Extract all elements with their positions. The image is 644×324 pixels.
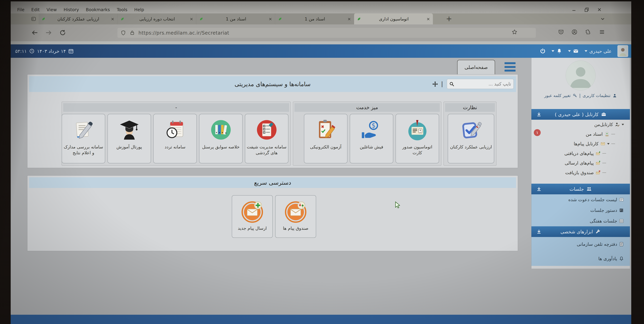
sidebar-section-header[interactable]: ابزارهای شخصی [532, 226, 630, 237]
tab-favicon-leaf-icon [199, 17, 204, 21]
back-button[interactable] [31, 29, 38, 36]
app-menu-icon[interactable] [599, 29, 605, 35]
menu-edit[interactable]: Edit [31, 7, 40, 12]
search-input[interactable] [456, 81, 512, 87]
list-tabs-chevron-icon[interactable] [600, 16, 606, 22]
sidebar-section-header[interactable]: کارتابل ( علی حیدری ) [532, 109, 630, 120]
group-tiles: اتوماسیون صدور کارت$فیش شاغلینآزمون الکت… [295, 114, 439, 163]
chevron-down-icon [607, 143, 610, 145]
lock-icon[interactable] [130, 30, 135, 36]
e-exam-icon [314, 116, 338, 144]
reload-button[interactable] [59, 29, 66, 36]
user-avatar[interactable] [618, 45, 628, 57]
search-icon [449, 81, 454, 87]
menu-toggle-button[interactable] [504, 62, 516, 72]
system-tile[interactable]: خلاصه سوابق پرسنل [199, 114, 242, 163]
datetime-cluster: ۱۴ خرداد ۱۴۰۳ ۱۱‏:‏۵۴ [15, 44, 74, 58]
sidebar-item-label: پیام‌های دریافتی [564, 151, 594, 156]
collapse-arrow-icon [536, 229, 541, 234]
firefox-view-icon[interactable] [31, 16, 36, 21]
menu-tools[interactable]: Tools [117, 7, 128, 12]
sidebar-item[interactable]: یادآوری ها [532, 251, 630, 266]
sidebar-item-label: کارتابل‌من [594, 122, 613, 127]
user-cluster: علی حیدری [540, 44, 628, 58]
notifications-menu[interactable] [552, 48, 562, 54]
system-tile[interactable]: ارزیابی عملکرد کارکنان [448, 114, 494, 163]
account-icon[interactable] [571, 29, 578, 35]
menu-bookmarks[interactable]: Bookmarks [86, 7, 110, 12]
move-icon[interactable] [432, 81, 438, 87]
system-tile[interactable]: اتوماسیون صدور کارت [396, 114, 439, 163]
tab-close-icon[interactable] [190, 17, 193, 21]
tab-close-icon[interactable] [268, 17, 272, 21]
system-tile[interactable]: سامانه تردد [153, 114, 197, 163]
chevron-down-icon [568, 50, 571, 52]
navigation-toolbar: https://prs.medilam.ac.ir/Secretariat [11, 24, 631, 42]
tab-title: انتخاب دوره ارزیابی [127, 16, 188, 21]
card-issuance-icon [405, 116, 430, 144]
tab-close-icon[interactable] [111, 17, 114, 21]
menu-bar-items: FileEditViewHistoryBookmarksToolsHelp [17, 7, 144, 12]
sidebar-item[interactable]: پیام‌های دریافتی [532, 149, 630, 158]
new-tab-button[interactable]: + [446, 15, 452, 23]
menu-history[interactable]: History [64, 7, 79, 12]
menu-file[interactable]: File [17, 7, 24, 12]
system-tile[interactable]: پورتال آموزش [108, 114, 151, 163]
restore-button[interactable] [584, 7, 589, 12]
sidebar-item[interactable]: جلسات هفتگی [532, 216, 630, 226]
monitor-bezel: FileEditViewHistoryBookmarksToolsHelp ار… [0, 0, 644, 324]
tab-title: اتوماسیون اداری [363, 16, 424, 21]
browser-tab[interactable]: ارزیابی عملکرد کارکنان [38, 13, 118, 24]
sidebar-item[interactable]: دفترچه تلفن سازمانی [532, 237, 630, 251]
sidebar-item[interactable]: لیست جلسات دعوت شده [532, 194, 630, 205]
tab-home[interactable]: صفحه‌اصلی [457, 60, 495, 74]
sidebar-item[interactable]: کارتابل‌من [532, 120, 630, 129]
tracking-shield-icon[interactable] [120, 30, 126, 36]
tab-bar: ارزیابی عملکرد کارکنانانتخاب دوره ارزیاب… [11, 13, 631, 24]
sidebar-item[interactable]: صندوق بازیافت [532, 168, 630, 177]
system-tile[interactable]: آزمون الکترونیکی [304, 114, 348, 163]
group-title: - [63, 103, 289, 112]
sidebar-item[interactable]: پیام‌های ارسالی [532, 158, 630, 168]
invited-meetings-icon [619, 197, 624, 202]
user-settings-link[interactable]: تنظیمات کاربری [583, 93, 610, 98]
quick-tile[interactable]: صندوق پیام ها [275, 195, 316, 238]
address-bar[interactable]: https://prs.medilam.ac.ir/Secretariat [118, 28, 536, 38]
sidebar-item-label: دستور جلسات [590, 208, 617, 213]
user-menu[interactable]: علی حیدری [584, 48, 612, 54]
system-tile[interactable]: سامانه بررسی مدارک و اعلام نتایج [62, 114, 105, 163]
menu-help[interactable]: Help [134, 7, 144, 12]
bell-icon [556, 48, 562, 54]
sidebar-item[interactable]: اسناد من [532, 129, 630, 139]
sidebar-section-header[interactable]: جلسات [532, 184, 630, 194]
change-password-link[interactable]: تغییر کلمه عبور [544, 93, 571, 98]
inbox-icon [283, 197, 308, 225]
minimize-button[interactable] [571, 7, 576, 12]
forward-button[interactable] [45, 29, 52, 36]
browser-tab[interactable]: اسناد من 1 [196, 13, 275, 24]
sent-messages-icon [596, 161, 600, 165]
tab-close-icon[interactable] [347, 17, 351, 21]
system-tile[interactable]: $فیش شاغلین [350, 114, 393, 163]
bookmark-star-icon[interactable] [512, 29, 518, 35]
personal-tools-icon [595, 229, 601, 234]
system-tile[interactable]: سامانه مدیریت شیفت های گردشی [245, 114, 288, 163]
logout-power-icon[interactable] [540, 48, 546, 54]
menu-view[interactable]: View [46, 7, 57, 12]
user-icon [612, 93, 617, 98]
sidebar-item[interactable]: دستور جلسات [532, 205, 630, 216]
messages-menu[interactable] [568, 48, 579, 54]
sidebar-section-title: ابزارهای شخصی [560, 229, 593, 234]
browser-tab[interactable]: اتوماسیون اداری [354, 13, 433, 24]
extensions-icon[interactable] [585, 29, 591, 35]
browser-tab[interactable]: انتخاب دوره ارزیابی [118, 13, 196, 24]
tab-close-icon[interactable] [426, 17, 430, 21]
browser-tab[interactable]: اسناد من 1 [275, 13, 354, 24]
close-window-button[interactable] [597, 7, 602, 12]
svg-text:$: $ [372, 122, 376, 129]
clock-icon [29, 48, 34, 54]
quick-tile[interactable]: ارسال پیام جدید [232, 195, 273, 238]
tree-connector [602, 172, 606, 173]
sidebar-item[interactable]: کارتابل پیام‌ها [532, 139, 630, 149]
pocket-icon[interactable] [558, 29, 564, 35]
